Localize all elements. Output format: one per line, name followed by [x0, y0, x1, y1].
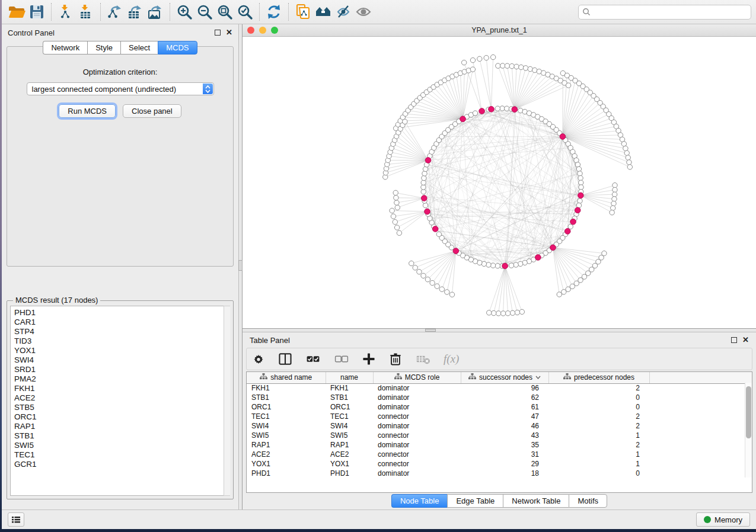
split-view-icon[interactable] [277, 350, 293, 368]
mcds-hub-node[interactable] [460, 116, 466, 122]
network-node[interactable] [568, 224, 573, 229]
cell-successor-nodes[interactable]: 62 [461, 393, 548, 402]
cell-successor-nodes[interactable]: 43 [461, 431, 548, 440]
search-network-icon[interactable] [313, 2, 333, 21]
network-leaf-node[interactable] [566, 83, 570, 88]
network-node[interactable] [422, 171, 427, 176]
network-leaf-node[interactable] [397, 230, 401, 235]
network-leaf-node[interactable] [496, 311, 500, 316]
cell-MCDS-role[interactable]: connector [373, 459, 461, 469]
network-leaf-node[interactable] [394, 196, 398, 200]
network-leaf-node[interactable] [500, 63, 505, 68]
cell-predecessor-nodes[interactable]: 1 [548, 431, 649, 440]
network-node[interactable] [495, 264, 500, 268]
tab-style[interactable]: Style [87, 41, 120, 55]
column-header-predecessor-nodes[interactable]: predecessor nodes [548, 372, 649, 383]
float-panel-icon[interactable] [215, 30, 221, 36]
network-canvas[interactable] [243, 37, 756, 328]
column-header-successor-nodes[interactable]: successor nodes [461, 372, 548, 383]
mcds-result-item[interactable]: SRD1 [14, 365, 229, 374]
table-row[interactable]: SWI4SWI4dominator462 [247, 421, 752, 431]
network-leaf-node[interactable] [627, 165, 632, 169]
network-leaf-node[interactable] [435, 284, 439, 289]
cell-successor-nodes[interactable]: 29 [461, 459, 548, 469]
network-leaf-node[interactable] [519, 309, 524, 314]
add-column-icon[interactable] [362, 350, 376, 368]
network-leaf-node[interactable] [509, 63, 514, 68]
network-node[interactable] [576, 166, 581, 171]
task-manager-button[interactable] [8, 512, 24, 527]
network-leaf-node[interactable] [557, 292, 562, 297]
tab-node-table[interactable]: Node Table [391, 494, 448, 508]
import-table-icon[interactable] [76, 2, 96, 21]
cell-MCDS-role[interactable]: dominator [373, 469, 461, 478]
network-leaf-node[interactable] [613, 187, 617, 192]
cell-predecessor-nodes[interactable]: 0 [548, 393, 649, 402]
cell-MCDS-role[interactable]: connector [373, 431, 461, 440]
cell-predecessor-nodes[interactable]: 1 [548, 450, 649, 459]
network-leaf-node[interactable] [409, 261, 414, 265]
network-node[interactable] [505, 106, 509, 111]
cell-shared-name[interactable]: YOX1 [247, 459, 326, 469]
mcds-result-item[interactable]: TEC1 [14, 450, 229, 460]
network-node[interactable] [421, 185, 426, 190]
mcds-hub-node[interactable] [575, 207, 580, 213]
cell-name[interactable]: SWI4 [326, 421, 373, 431]
network-node[interactable] [578, 175, 583, 180]
search-input[interactable] [591, 8, 747, 16]
network-leaf-node[interactable] [505, 63, 509, 68]
cell-shared-name[interactable]: STB1 [247, 393, 326, 402]
table-row[interactable]: SWI5SWI5connector431 [247, 431, 752, 440]
delete-column-icon[interactable] [388, 350, 403, 368]
run-mcds-button[interactable]: Run MCDS [59, 104, 116, 118]
network-leaf-node[interactable] [394, 225, 399, 230]
network-leaf-node[interactable] [496, 63, 500, 68]
table-row[interactable]: ORC1ORC1dominator610 [247, 402, 752, 412]
cell-name[interactable]: YOX1 [326, 459, 373, 469]
cell-shared-name[interactable]: ACE2 [247, 450, 326, 459]
network-leaf-node[interactable] [566, 287, 570, 291]
mcds-result-item[interactable]: SWI4 [14, 355, 229, 365]
mcds-result-item[interactable]: ORC1 [14, 412, 229, 422]
network-node[interactable] [422, 175, 426, 180]
show-details-icon[interactable] [353, 2, 374, 21]
network-leaf-node[interactable] [562, 290, 566, 294]
cell-successor-nodes[interactable]: 35 [461, 440, 548, 450]
mcds-result-item[interactable]: ACE2 [14, 393, 229, 403]
cell-MCDS-role[interactable]: dominator [373, 421, 461, 431]
cell-name[interactable]: ORC1 [326, 402, 373, 412]
tab-select[interactable]: Select [120, 41, 158, 55]
open-file-icon[interactable] [7, 2, 27, 21]
network-node[interactable] [421, 190, 426, 194]
mcds-hub-node[interactable] [425, 158, 431, 164]
network-leaf-node[interactable] [393, 190, 398, 195]
tab-network-table[interactable]: Network Table [503, 494, 569, 508]
cell-predecessor-nodes[interactable]: 0 [548, 402, 649, 412]
mcds-result-item[interactable]: PMA2 [14, 374, 229, 384]
apply-layout-icon[interactable] [264, 2, 284, 21]
close-panel-button[interactable]: Close panel [123, 104, 181, 118]
mcds-hub-node[interactable] [570, 219, 576, 225]
cell-successor-nodes[interactable]: 18 [461, 469, 548, 478]
network-leaf-node[interactable] [626, 155, 630, 160]
zoom-fit-icon[interactable] [215, 2, 235, 21]
network-leaf-node[interactable] [393, 220, 397, 225]
zoom-in-icon[interactable] [174, 2, 194, 21]
network-node[interactable] [490, 263, 495, 268]
network-leaf-node[interactable] [505, 311, 510, 316]
network-node[interactable] [495, 106, 500, 111]
mcds-hub-node[interactable] [425, 209, 430, 214]
cell-name[interactable]: RAP1 [326, 440, 373, 450]
export-table-icon[interactable] [125, 2, 145, 21]
mcds-hub-node[interactable] [479, 108, 485, 114]
table-row[interactable]: TEC1TEC1connector472 [247, 412, 752, 421]
cell-successor-nodes[interactable]: 31 [461, 450, 548, 459]
table-row[interactable]: STB1STB1dominator620 [247, 393, 752, 402]
network-node[interactable] [421, 180, 426, 185]
cell-name[interactable]: FKH1 [326, 383, 373, 393]
cell-predecessor-nodes[interactable]: 2 [548, 383, 649, 393]
mcds-result-item[interactable]: SWI5 [14, 441, 229, 450]
network-leaf-node[interactable] [487, 310, 492, 315]
network-node[interactable] [509, 263, 513, 268]
cell-predecessor-nodes[interactable]: 2 [548, 412, 649, 421]
